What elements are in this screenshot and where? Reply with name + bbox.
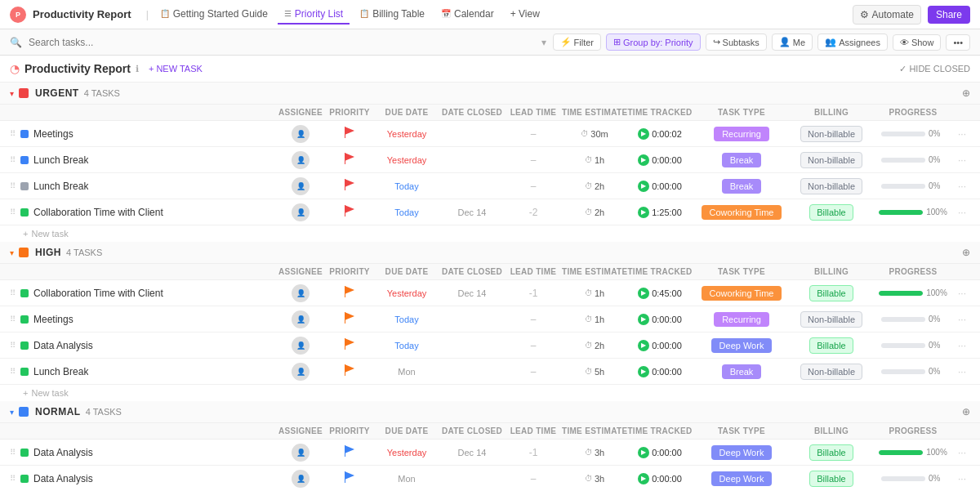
row-options-button[interactable]: ··· — [954, 473, 970, 484]
group-by-button[interactable]: ⊞ Group by: Priority — [606, 33, 701, 51]
drag-handle-icon[interactable]: ⠿ — [10, 129, 16, 138]
row-options-button[interactable]: ··· — [954, 288, 970, 299]
avatar[interactable]: 👤 — [292, 310, 310, 328]
billing-badge[interactable]: Billable — [809, 285, 853, 301]
due-date-cell[interactable]: Mon — [374, 474, 439, 484]
tab-billing-table[interactable]: 📋 Billing Table — [353, 5, 431, 25]
task-status-dot[interactable] — [20, 182, 29, 190]
section-add-icon[interactable]: ⊕ — [962, 87, 970, 99]
assignees-button[interactable]: 👥 Assignees — [817, 33, 888, 51]
me-button[interactable]: 👤 Me — [772, 33, 813, 51]
priority-flag-icon[interactable] — [345, 205, 354, 219]
priority-flag-icon[interactable] — [345, 364, 354, 378]
billing-badge[interactable]: Billable — [809, 444, 853, 461]
due-date-cell[interactable]: Today — [374, 315, 439, 324]
play-icon[interactable]: ▶ — [638, 473, 649, 484]
avatar[interactable]: 👤 — [292, 177, 310, 195]
avatar[interactable]: 👤 — [292, 125, 310, 143]
billing-badge[interactable]: Billable — [809, 337, 853, 354]
task-name[interactable]: Collaboration Time with Client — [33, 207, 163, 218]
drag-handle-icon[interactable]: ⠿ — [10, 341, 16, 350]
due-date-cell[interactable]: Yesterday — [374, 288, 439, 298]
task-status-dot[interactable] — [20, 315, 29, 324]
avatar[interactable]: 👤 — [292, 444, 310, 462]
task-name[interactable]: Data Analysis — [33, 473, 93, 484]
filter-button[interactable]: ⚡ Filter — [553, 33, 601, 51]
tab-priority-list[interactable]: ☰ Priority List — [278, 5, 350, 25]
avatar[interactable]: 👤 — [292, 470, 310, 488]
avatar[interactable]: 👤 — [292, 151, 310, 169]
task-type-badge[interactable]: Break — [722, 179, 762, 194]
priority-flag-icon[interactable] — [345, 179, 354, 193]
drag-handle-icon[interactable]: ⠿ — [10, 208, 16, 216]
section-expand-icon[interactable]: ▾ — [10, 89, 14, 98]
avatar[interactable]: 👤 — [292, 337, 310, 355]
billing-badge[interactable]: Non-billable — [800, 311, 862, 328]
avatar[interactable]: 👤 — [292, 363, 310, 381]
play-icon[interactable]: ▶ — [638, 128, 649, 140]
tab-getting-started[interactable]: 📋 Getting Started Guide — [154, 5, 274, 25]
add-task-row[interactable]: +New task — [0, 385, 980, 401]
automate-button[interactable]: ⚙ Automate — [853, 5, 921, 25]
drag-handle-icon[interactable]: ⠿ — [10, 448, 16, 457]
billing-badge[interactable]: Non-billable — [800, 126, 862, 142]
row-options-button[interactable]: ··· — [954, 128, 970, 140]
task-type-badge[interactable]: Recurring — [714, 312, 769, 327]
task-name[interactable]: Collaboration Time with Client — [33, 288, 163, 299]
tab-add-view[interactable]: + View — [504, 5, 546, 25]
task-type-badge[interactable]: Deep Work — [711, 338, 773, 353]
priority-flag-icon[interactable] — [345, 153, 354, 167]
priority-flag-icon[interactable] — [345, 338, 354, 352]
task-name[interactable]: Data Analysis — [33, 340, 93, 351]
task-type-badge[interactable]: Coworking Time — [702, 205, 782, 220]
hide-closed-button[interactable]: ✓ HIDE CLOSED — [899, 64, 970, 74]
row-options-button[interactable]: ··· — [954, 181, 970, 192]
avatar[interactable]: 👤 — [292, 203, 310, 221]
drag-handle-icon[interactable]: ⠿ — [10, 315, 16, 324]
section-expand-icon[interactable]: ▾ — [10, 248, 14, 257]
row-options-button[interactable]: ··· — [954, 447, 970, 458]
play-icon[interactable]: ▶ — [638, 447, 649, 458]
task-name[interactable]: Lunch Break — [33, 181, 88, 192]
play-icon[interactable]: ▶ — [638, 181, 649, 192]
task-status-dot[interactable] — [20, 341, 29, 350]
due-date-cell[interactable]: Today — [374, 208, 439, 217]
task-name[interactable]: Data Analysis — [33, 447, 93, 458]
play-icon[interactable]: ▶ — [638, 154, 649, 166]
billing-badge[interactable]: Billable — [809, 471, 853, 487]
task-status-dot[interactable] — [20, 368, 29, 376]
drag-handle-icon[interactable]: ⠿ — [10, 155, 16, 164]
play-icon[interactable]: ▶ — [638, 340, 649, 351]
task-type-badge[interactable]: Coworking Time — [702, 286, 782, 301]
task-status-dot[interactable] — [20, 449, 29, 457]
row-options-button[interactable]: ··· — [954, 314, 970, 325]
priority-flag-icon[interactable] — [345, 127, 354, 141]
due-date-cell[interactable]: Today — [374, 181, 439, 191]
task-type-badge[interactable]: Break — [722, 153, 762, 167]
info-icon[interactable]: ℹ — [136, 64, 139, 74]
drag-handle-icon[interactable]: ⠿ — [10, 181, 16, 190]
play-icon[interactable]: ▶ — [638, 207, 649, 218]
drag-handle-icon[interactable]: ⠿ — [10, 474, 16, 483]
subtasks-button[interactable]: ↪ Subtasks — [706, 33, 767, 51]
play-icon[interactable]: ▶ — [638, 366, 649, 377]
more-options-button[interactable]: ••• — [946, 34, 970, 51]
add-task-row[interactable]: +New task — [0, 225, 980, 242]
task-name[interactable]: Lunch Break — [33, 154, 88, 166]
task-type-badge[interactable]: Deep Work — [711, 445, 773, 460]
task-status-dot[interactable] — [20, 289, 29, 297]
show-button[interactable]: 👁 Show — [893, 34, 942, 51]
due-date-cell[interactable]: Yesterday — [374, 129, 439, 139]
priority-flag-icon[interactable] — [345, 471, 354, 485]
priority-flag-icon[interactable] — [345, 445, 354, 459]
section-add-icon[interactable]: ⊕ — [962, 247, 970, 258]
task-status-dot[interactable] — [20, 208, 29, 216]
task-name[interactable]: Meetings — [33, 314, 74, 325]
billing-badge[interactable]: Billable — [809, 204, 853, 221]
priority-flag-icon[interactable] — [345, 286, 354, 300]
row-options-button[interactable]: ··· — [954, 207, 970, 218]
task-name[interactable]: Meetings — [33, 128, 74, 140]
priority-flag-icon[interactable] — [345, 312, 354, 326]
due-date-cell[interactable]: Today — [374, 341, 439, 350]
due-date-cell[interactable]: Mon — [374, 367, 439, 377]
